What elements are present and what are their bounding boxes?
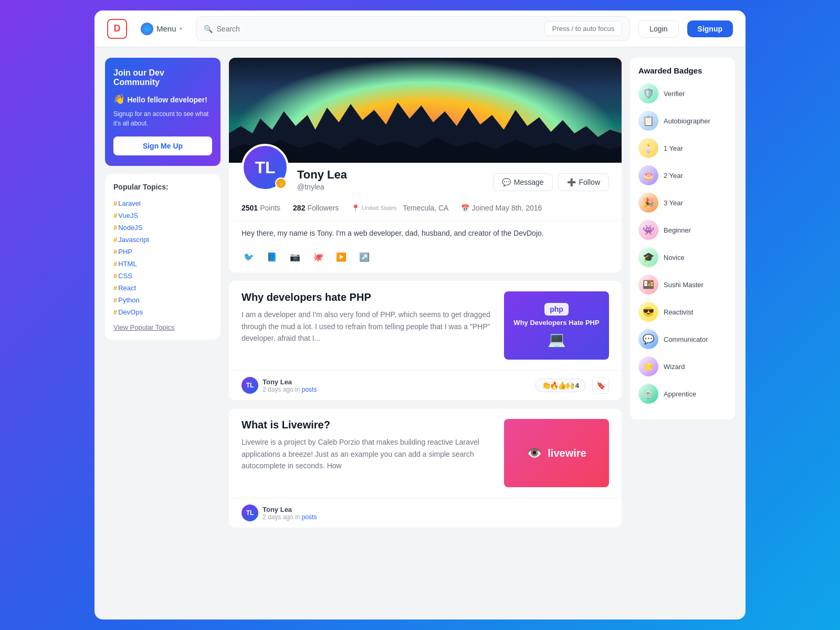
sidebar-item-javascript[interactable]: #Javascript <box>113 234 212 246</box>
followers-stat: 282 Followers <box>293 204 339 212</box>
menu-label: Menu <box>156 24 176 33</box>
post-author-meta-1: 2 days ago in posts <box>262 513 317 521</box>
auto-focus-hint: Press / to auto focus <box>544 21 623 36</box>
post-author-meta-0: 2 days ago in posts <box>262 386 317 393</box>
badge-3year-icon: 🎉 <box>638 193 658 213</box>
badge-autobiographer-label: Autobiographer <box>664 117 710 125</box>
joined-stat: 📅 Joined May 8th, 2016 <box>461 204 542 212</box>
sidebar-item-laravel[interactable]: #Laravel <box>113 197 212 209</box>
profile-stats: 2501 Points 282 Followers 📍 United State… <box>229 204 622 221</box>
post-title-1[interactable]: What is Livewire? <box>242 419 494 431</box>
twitter-icon[interactable]: 🐦 <box>242 249 256 264</box>
badge-beginner[interactable]: 👾 Beginner <box>638 220 727 240</box>
followers-label: Followers <box>307 204 339 212</box>
sidebar-item-vuejs[interactable]: #VueJS <box>113 209 212 222</box>
sidebar-item-css[interactable]: #CSS <box>113 270 212 282</box>
left-sidebar: Join our Dev Community 👋 Hello fellow de… <box>105 58 220 528</box>
post-card-1: What is Livewire? Livewire is a project … <box>229 408 622 528</box>
external-link-icon[interactable]: ↗️ <box>357 249 372 264</box>
login-button[interactable]: Login <box>638 20 678 38</box>
badge-apprentice-label: Apprentice <box>664 390 696 398</box>
followers-value: 282 <box>293 204 305 212</box>
follow-button[interactable]: ➕ Follow <box>558 173 609 191</box>
join-card-title: Join our Dev Community <box>113 68 212 87</box>
badge-apprentice[interactable]: 🍵 Apprentice <box>638 384 727 404</box>
badges-title: Awarded Badges <box>638 66 727 75</box>
popular-topics-section: Popular Topics: #Laravel #VueJS #NodeJS … <box>105 174 220 340</box>
badge-beginner-label: Beginner <box>664 226 691 234</box>
badge-wizard[interactable]: ⭐ Wizard <box>638 356 727 376</box>
badge-verifier-label: Verifier <box>664 90 685 98</box>
badge-reactivist[interactable]: 😎 Reactivist <box>638 302 727 322</box>
sidebar-item-python[interactable]: #Python <box>113 294 212 306</box>
points-label: Points <box>260 204 280 212</box>
badge-2year-label: 2 Year <box>664 172 683 180</box>
points-stat: 2501 Points <box>242 204 280 212</box>
post-category-0[interactable]: posts <box>302 386 317 393</box>
badge-wizard-icon: ⭐ <box>638 356 658 376</box>
post-excerpt-1: Livewire is a project by Caleb Porzio th… <box>242 436 494 471</box>
message-label: Message <box>514 178 544 186</box>
post-author-avatar-0: TL <box>242 377 258 394</box>
menu-button[interactable]: 🌐 Menu ▾ <box>135 19 187 38</box>
globe-icon: 🌐 <box>141 23 153 35</box>
youtube-icon[interactable]: ▶️ <box>334 249 349 264</box>
post-author-0: TL Tony Lea 2 days ago in posts <box>242 377 529 394</box>
bookmark-button-0[interactable]: 🔖 <box>592 377 609 394</box>
sidebar-item-devops[interactable]: #DevOps <box>113 306 212 318</box>
join-card-greeting: Hello fellow developer! <box>127 96 207 104</box>
location-city: Temecula, CA <box>403 204 448 212</box>
badge-novice[interactable]: 🎓 Novice <box>638 247 727 267</box>
message-icon: 💬 <box>502 178 511 186</box>
badge-1year[interactable]: 🕯️ 1 Year <box>638 138 727 158</box>
follow-label: Follow <box>579 178 600 186</box>
badge-communicator[interactable]: 💬 Communicator <box>638 329 727 349</box>
badge-novice-icon: 🎓 <box>638 247 658 267</box>
post-time-ago-1: 2 days ago <box>262 513 293 521</box>
badge-apprentice-icon: 🍵 <box>638 384 658 404</box>
badge-2year[interactable]: 🎂 2 Year <box>638 165 727 185</box>
location-stat: 📍 United States Temecula, CA <box>351 204 448 212</box>
sidebar-item-react[interactable]: #React <box>113 282 212 294</box>
navbar: D 🌐 Menu ▾ 🔍 Press / to auto focus Login… <box>94 10 746 47</box>
search-bar: 🔍 Press / to auto focus <box>196 16 631 41</box>
sign-me-up-button[interactable]: Sign Me Up <box>113 136 212 155</box>
post-title-0[interactable]: Why developers hate PHP <box>242 291 494 303</box>
post-author-name-1: Tony Lea <box>262 506 317 513</box>
badge-verifier[interactable]: 🛡️ Verifier <box>638 83 727 103</box>
app-logo[interactable]: D <box>107 19 127 39</box>
badge-wizard-label: Wizard <box>664 363 685 371</box>
post-author-avatar-1: TL <box>242 505 258 521</box>
location-country: United States <box>362 205 396 211</box>
location-icon: 📍 <box>351 204 360 212</box>
badge-autobiographer[interactable]: 📋 Autobiographer <box>638 111 727 131</box>
livewire-text: livewire <box>548 447 586 459</box>
badge-communicator-label: Communicator <box>664 335 708 343</box>
instagram-icon[interactable]: 📷 <box>288 249 302 264</box>
post-reactions-0[interactable]: 👏🔥👍🙌 4 <box>535 379 586 392</box>
badge-1year-label: 1 Year <box>664 144 683 152</box>
signup-button[interactable]: Signup <box>687 20 733 37</box>
profile-social: 🐦 📘 📷 🐙 ▶️ ↗️ <box>229 245 622 272</box>
sidebar-item-php[interactable]: #PHP <box>113 246 212 258</box>
post-author-name-0: Tony Lea <box>262 378 317 386</box>
chevron-down-icon: ▾ <box>180 26 182 32</box>
badge-reactivist-icon: 😎 <box>638 302 658 322</box>
sidebar-item-html[interactable]: #HTML <box>113 258 212 270</box>
view-popular-topics-link[interactable]: View Popular Topics <box>113 323 212 331</box>
badge-reactivist-label: Reactivist <box>664 308 693 316</box>
search-input[interactable] <box>217 25 540 33</box>
badge-autobiographer-icon: 📋 <box>638 111 658 131</box>
badge-beginner-icon: 👾 <box>638 220 658 240</box>
post-category-1[interactable]: posts <box>302 513 317 521</box>
main-content: Join our Dev Community 👋 Hello fellow de… <box>94 47 746 538</box>
post-author-1: TL Tony Lea 2 days ago in posts <box>242 505 609 521</box>
badge-3year[interactable]: 🎉 3 Year <box>638 193 727 213</box>
facebook-icon[interactable]: 📘 <box>265 249 279 264</box>
sidebar-item-nodejs[interactable]: #NodeJS <box>113 222 212 234</box>
join-card-desc: Signup for an account to see what it's a… <box>113 109 212 128</box>
badge-sushi-master[interactable]: 🍱 Sushi Master <box>638 275 727 295</box>
reaction-count-0: 4 <box>575 382 579 390</box>
message-button[interactable]: 💬 Message <box>493 173 553 191</box>
github-icon[interactable]: 🐙 <box>311 249 326 264</box>
